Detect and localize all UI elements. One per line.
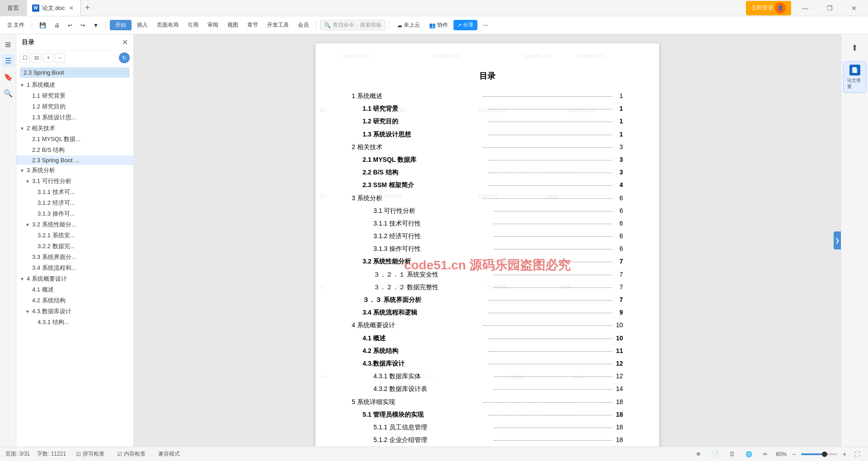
toc-item-2-3[interactable]: 2.3 Spring Boot ... xyxy=(16,155,133,165)
lunwen-check-button[interactable]: 📄 论文查重 xyxy=(843,61,867,93)
login-button[interactable]: 立即登录 👤 xyxy=(746,1,791,15)
toc-item-3-2-2[interactable]: 3.2.2 数据完... xyxy=(16,241,133,252)
toc-entry-text-4-1: 4.1 概述 xyxy=(363,333,486,344)
toc-item-label-3-1: 3.1 可行性分析 xyxy=(32,177,71,185)
collab-button[interactable]: 👥 协作 xyxy=(425,20,452,30)
start-tab-button[interactable]: 开始 xyxy=(110,20,132,30)
view-web-button[interactable]: 🌐 xyxy=(743,450,755,458)
tab-home[interactable]: 首页 xyxy=(0,0,27,16)
view-page-button[interactable]: 📄 xyxy=(709,450,722,458)
sidebar-bookmark-icon[interactable]: 🔖 xyxy=(2,71,14,83)
content-check-button[interactable]: ☑ 内容检查 xyxy=(114,449,148,459)
zoom-thumb[interactable] xyxy=(822,452,827,457)
toc-item-label-1-1: 1.1 研究背景 xyxy=(32,92,66,100)
save-button[interactable]: 💾 xyxy=(36,21,50,30)
redo-button[interactable]: ↪ xyxy=(77,21,89,30)
minimize-button[interactable]: — xyxy=(795,5,816,12)
expand-panel-arrow[interactable]: ❯ xyxy=(834,231,841,249)
toc-remove-button[interactable]: − xyxy=(55,53,65,63)
insert-menu-button[interactable]: 插入 xyxy=(133,20,151,30)
restore-button[interactable]: ❐ xyxy=(819,5,840,12)
share-icon: ↗ xyxy=(457,22,462,28)
toc-entry-page-2-3: 4 xyxy=(614,179,623,191)
toc-item-4-3[interactable]: ▼ 4.3.数据库设计 xyxy=(16,306,133,317)
toc-item-3-2[interactable]: ▼ 3.2 系统性能分... xyxy=(16,219,133,230)
zoom-in-button[interactable]: + xyxy=(840,450,849,459)
close-button[interactable]: ✕ xyxy=(844,5,864,12)
toc-entry-page-3-2-2: 7 xyxy=(614,282,623,293)
toc-entry-dots-1-3 xyxy=(488,135,612,135)
toc-item-1-1[interactable]: 1.1 研究背景 xyxy=(16,90,133,101)
toc-item-3-2-1[interactable]: 3.2.1 系统安... xyxy=(16,230,133,241)
doc-area[interactable]: code51.cn code51.cn code51.cn code51.cn … xyxy=(134,34,841,447)
cite-menu-button[interactable]: 引用 xyxy=(184,20,202,30)
more-menu-button[interactable]: ⋯ xyxy=(479,21,492,30)
file-menu-button[interactable]: ☰ 文件 xyxy=(4,20,28,30)
print-button[interactable]: 🖨 xyxy=(51,21,63,30)
toc-item-2-1[interactable]: 2.1 MYSQL 数据... xyxy=(16,134,133,145)
member-menu-button[interactable]: 会员 xyxy=(294,20,312,30)
toc-item-label-3: 3 系统分析 xyxy=(27,166,55,174)
toc-item-3-1-1[interactable]: 3.1.1 技术可... xyxy=(16,187,133,198)
watermark-3: code51.cn xyxy=(524,52,551,59)
sidebar-toc-icon[interactable]: ☰ xyxy=(2,54,14,67)
zoom-out-button[interactable]: − xyxy=(789,450,798,459)
toc-item-4-2[interactable]: 4.2 系统结构 xyxy=(16,295,133,306)
dev-tools-menu-button[interactable]: 开发工具 xyxy=(264,20,292,30)
toc-item-2-2[interactable]: 2.2 B/S 结构 xyxy=(16,145,133,155)
zoom-control: 80% − + ⛶ xyxy=(776,450,863,459)
toc-item-4-3-1[interactable]: 4.3.1 结构... xyxy=(16,317,133,328)
toc-collapse-all-button[interactable]: ⊟ xyxy=(32,53,42,63)
tab-doc[interactable]: W 论文.doc ✕ xyxy=(27,0,81,16)
toc-item-3[interactable]: ▼ 3 系统分析 xyxy=(16,165,133,176)
toc-item-4[interactable]: ▼ 4 系统概要设计 xyxy=(16,273,133,284)
toc-item-3-1-3[interactable]: 3.1.3 操作可... xyxy=(16,208,133,219)
status-right: 👁 📄 ☰ 🌐 ✏ 80% − + ⛶ xyxy=(693,450,863,459)
title-bar: 首页 W 论文.doc ✕ + 立即登录 👤 — ❐ ✕ xyxy=(0,0,868,16)
toc-entry-dots-5-1-1 xyxy=(494,428,612,428)
sidebar-search-icon[interactable]: 🔍 xyxy=(2,87,14,99)
zoom-slider[interactable] xyxy=(801,453,837,455)
spell-check-button[interactable]: ☑ 拼写检查 xyxy=(73,449,107,459)
toc-item-1-2[interactable]: 1.2 研究目的 xyxy=(16,101,133,112)
review-menu-button[interactable]: 审阅 xyxy=(204,20,222,30)
toolbar-search-box[interactable]: 🔍 查找命令、搜索模板 xyxy=(320,20,386,30)
toc-entry-3-1-1: 3.1.1 技术可行性 6 xyxy=(373,218,623,229)
upload-button[interactable]: ⬆ xyxy=(845,38,865,58)
sidebar-page-icon[interactable]: ⊞ xyxy=(2,38,14,51)
compat-mode-button[interactable]: 兼容模式 xyxy=(156,449,183,459)
toc-add-button[interactable]: + xyxy=(43,53,53,63)
toc-item-2[interactable]: ▼ 2 相关技术 xyxy=(16,123,133,134)
undo-button[interactable]: ↩ xyxy=(64,21,76,30)
toc-item-label-3-2-1: 3.2.1 系统安... xyxy=(38,231,75,240)
toc-expand-all-button[interactable]: ☐ xyxy=(20,53,30,63)
chapter-menu-button[interactable]: 章节 xyxy=(244,20,262,30)
more-actions-button[interactable]: ▼ xyxy=(90,21,102,30)
toc-item-4-1[interactable]: 4.1 概述 xyxy=(16,284,133,295)
view-normal-button[interactable]: 👁 xyxy=(693,450,704,458)
toc-item-3-4[interactable]: 3.4 系统流程和... xyxy=(16,263,133,273)
cloud-save-button[interactable]: ☁ 未上云 xyxy=(393,20,424,30)
toc-entry-1-2: 1.2 研究目的 1 xyxy=(363,116,623,127)
new-tab-button[interactable]: + xyxy=(81,0,94,16)
toc-item-3-1[interactable]: ▼ 3.1 可行性分析 xyxy=(16,176,133,187)
toc-entry-page-4-3: 12 xyxy=(614,358,623,369)
tab-close-button[interactable]: ✕ xyxy=(68,5,75,12)
toc-item-1[interactable]: ▼ 1 系统概述 xyxy=(16,80,133,90)
share-button[interactable]: ↗ 分享 xyxy=(453,20,477,30)
toc-entry-4-2: 4.2 系统结构 11 xyxy=(363,345,623,357)
toc-sync-button[interactable]: ↻ xyxy=(119,52,130,63)
toc-entry-page-1: 1 xyxy=(614,90,623,102)
toc-selected-item[interactable]: 2.3 Spring Boot xyxy=(20,67,130,78)
toc-item-1-3[interactable]: 1.3 系统设计思... xyxy=(16,112,133,123)
annotation-button[interactable]: ✏ xyxy=(760,450,770,458)
toc-entry-dots-5-1-2 xyxy=(494,440,612,441)
view-outline-button[interactable]: ☰ xyxy=(727,450,737,458)
toc-close-button[interactable]: ✕ xyxy=(122,38,128,47)
toc-item-3-3[interactable]: 3.3 系统界面分... xyxy=(16,252,133,263)
title-bar-right: 立即登录 👤 — ❐ ✕ xyxy=(746,1,868,15)
view-menu-button[interactable]: 视图 xyxy=(224,20,242,30)
page-layout-menu-button[interactable]: 页面布局 xyxy=(153,20,182,30)
toc-item-3-1-2[interactable]: 3.1.2 经济可... xyxy=(16,198,133,208)
fullscreen-button[interactable]: ⛶ xyxy=(852,450,863,458)
